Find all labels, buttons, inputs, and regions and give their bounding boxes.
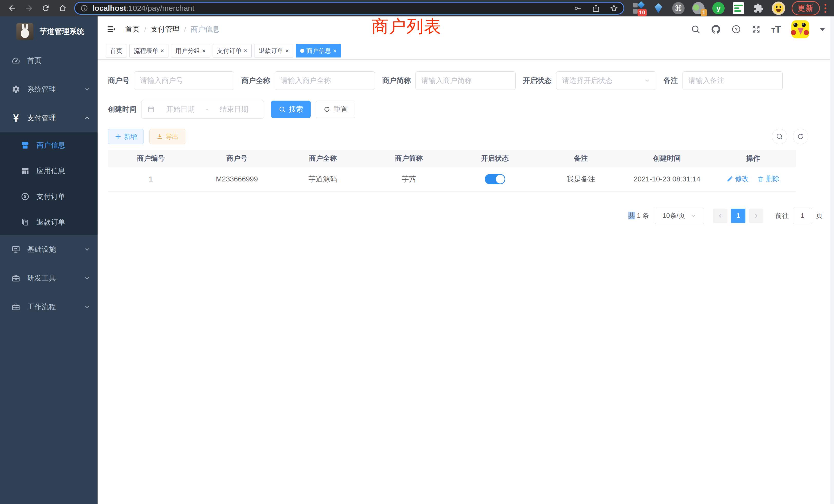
toggle-search-button[interactable] [772,129,787,144]
header-search-icon[interactable] [691,24,701,34]
create-time-range-input[interactable]: 开始日期 - 结束日期 [141,100,264,118]
sidebar-item-label: 退款订单 [37,217,90,227]
toolbox-icon [11,274,21,282]
remark-input[interactable]: 请输入备注 [682,71,783,90]
sidebar-item-pay-order[interactable]: 支付订单 [0,184,97,209]
tab-close-icon[interactable]: × [160,47,164,54]
browser-reload-button[interactable] [39,1,53,16]
extension-command-icon[interactable]: ⌘ [672,1,685,15]
page-size-select[interactable]: 10条/页 [655,208,704,224]
short-name-input[interactable]: 请输入商户简称 [415,71,515,90]
sidebar-collapse-button[interactable] [106,24,116,35]
browser-scrollbar[interactable] [830,17,834,504]
sidebar-item-workflow[interactable]: 工作流程 [0,293,97,321]
tab-refund-order[interactable]: 退款订单× [254,44,293,58]
browser-home-button[interactable] [56,1,70,16]
tab-pay-order[interactable]: 支付订单× [213,44,251,58]
edit-link[interactable]: 修改 [727,174,749,183]
url-text: localhost:1024/pay/merchant [92,4,194,13]
sidebar-item-infra[interactable]: 基础设施 [0,235,97,264]
sidebar-item-system[interactable]: 系统管理 [0,75,97,104]
address-bar[interactable]: localhost:1024/pay/merchant [74,2,624,15]
delete-link-label: 删除 [766,174,779,183]
search-button[interactable]: 搜索 [271,100,311,118]
breadcrumb-home[interactable]: 首页 [125,24,140,34]
help-icon[interactable]: ? [731,24,741,34]
tab-close-icon[interactable]: × [333,47,337,54]
full-name-input[interactable]: 请输入商户全称 [275,71,375,90]
status-select[interactable]: 请选择开启状态 [556,71,656,90]
user-avatar[interactable] [791,20,809,38]
page-content: 商户号 请输入商户号 商户全称 请输入商户全称 商户简称 请输入商户简称 开启状… [97,60,834,504]
extension-grid-icon[interactable]: 10 [631,1,645,15]
chevron-up-icon [84,115,90,121]
prev-page-button[interactable] [713,209,727,223]
sidebar-logo-row[interactable]: 芋道管理系统 [0,17,97,46]
browser-profile-avatar[interactable] [772,1,786,15]
status-toggle[interactable] [485,174,505,184]
tab-close-icon[interactable]: × [244,47,247,54]
avatar-caret-icon[interactable] [820,28,825,31]
extensions-area: 10 ⌘ 1 y [631,1,786,15]
font-size-icon[interactable]: TT [771,24,781,34]
sidebar-item-label: 商户信息 [37,140,90,150]
browser-menu-icon[interactable] [825,4,826,13]
add-button[interactable]: 新增 [108,129,144,144]
tab-merchant-info[interactable]: 商户信息× [296,44,341,58]
placeholder-text: 请输入商户简称 [421,76,472,86]
breadcrumb: 首页 / 支付管理 / 商户信息 [125,24,219,34]
goto-page-input[interactable]: 1 [793,208,812,224]
extension-y-icon[interactable]: y [711,1,725,15]
col-actions: 操作 [710,150,796,167]
plus-icon [115,133,122,140]
extension-gem-icon[interactable] [652,1,665,15]
tab-close-icon[interactable]: × [202,47,206,54]
navbar-actions: ? TT [691,20,825,38]
col-merchant-no: 商户号 [194,150,280,167]
extension-recorder-icon[interactable]: 1 [692,1,705,15]
tab-home[interactable]: 首页 [106,44,127,58]
extensions-puzzle-icon[interactable] [751,1,765,15]
refresh-table-button[interactable] [793,129,808,144]
sidebar-item-label: 支付管理 [27,113,84,123]
sidebar-item-refund-order[interactable]: 退款订单 [0,209,97,235]
export-button[interactable]: 导出 [150,129,185,144]
browser-update-button[interactable]: 更新 [792,1,820,16]
svg-text:?: ? [735,27,738,32]
sidebar-item-dev-tools[interactable]: 研发工具 [0,264,97,293]
refresh-icon [797,133,805,140]
browser-back-button[interactable] [5,1,19,16]
page-1-button[interactable]: 1 [731,209,745,223]
share-icon[interactable] [592,4,600,13]
col-remark: 备注 [538,150,624,167]
extension-grid-badge: 10 [638,9,647,16]
chevron-down-icon [84,303,90,310]
end-date-placeholder: 结束日期 [210,105,258,114]
col-merchant-id: 商户编号 [108,150,194,167]
browser-forward-button[interactable] [22,1,36,16]
cell-merchant-id: 1 [108,167,194,191]
breadcrumb-section[interactable]: 支付管理 [151,24,179,34]
search-icon [279,106,286,113]
next-page-button[interactable] [749,209,763,223]
sidebar-item-home[interactable]: 首页 [0,46,97,75]
tab-user-group[interactable]: 用户分组× [171,44,210,58]
search-button-label: 搜索 [289,105,303,114]
github-icon[interactable] [711,24,721,35]
merchant-no-input[interactable]: 请输入商户号 [134,71,234,90]
tab-close-icon[interactable]: × [285,47,289,54]
tags-view-bar: 首页 流程表单× 用户分组× 支付订单× 退款订单× 商户信息× [97,42,834,60]
password-key-icon[interactable] [574,4,583,13]
yen-circle-icon [20,192,30,201]
delete-link[interactable]: 删除 [757,174,779,183]
bookmark-star-icon[interactable] [610,4,618,13]
tab-process-form[interactable]: 流程表单× [129,44,169,58]
sidebar-item-merchant-info[interactable]: 商户信息 [0,132,97,158]
reset-button[interactable]: 重置 [316,100,355,118]
sidebar-item-app-info[interactable]: 应用信息 [0,158,97,184]
sidebar-item-pay[interactable]: ¥ 支付管理 [0,104,97,132]
placeholder-text: 请选择开启状态 [562,76,612,86]
fullscreen-icon[interactable] [751,24,761,34]
page-info-icon[interactable] [80,4,88,12]
extension-sheet-icon[interactable] [731,1,745,15]
